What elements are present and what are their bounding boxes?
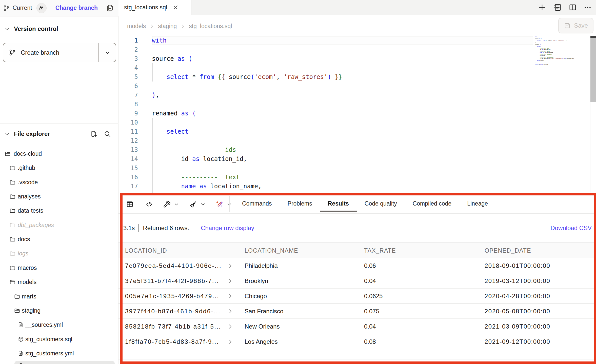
notebook-icon[interactable] (553, 3, 562, 11)
code-line[interactable] (152, 136, 342, 145)
code-line[interactable]: renamed as ( (152, 109, 342, 118)
close-icon[interactable] (173, 5, 178, 10)
sidebar-section-divider (0, 123, 118, 124)
breadcrumb-file[interactable]: stg_locations.sql (189, 23, 232, 30)
file-tree-item-docs-cloud[interactable]: docs-cloud (0, 147, 118, 161)
code-line[interactable]: select (152, 127, 342, 136)
code-line[interactable]: ), (152, 91, 342, 100)
file-tree-item-label: stg_customers.sql (25, 336, 72, 343)
ellipsis-icon[interactable] (584, 4, 591, 11)
save-button[interactable]: Save (558, 18, 593, 33)
file-tree-item-marts[interactable]: marts (0, 289, 118, 304)
new-file-icon[interactable] (90, 130, 97, 138)
column-header[interactable]: TAX_RATE (364, 242, 396, 259)
download-csv-link[interactable]: Download CSV (550, 225, 592, 232)
editor-scrollbar[interactable] (590, 35, 596, 193)
create-branch-dropdown[interactable] (99, 43, 116, 62)
code-line[interactable]: ---------- ids (152, 145, 342, 154)
broom-icon[interactable] (189, 200, 206, 208)
file-tree-item-staging[interactable]: staging (0, 304, 118, 318)
line-number: 4 (118, 63, 138, 72)
plus-icon[interactable] (538, 3, 546, 12)
code-line[interactable] (152, 191, 342, 193)
panel-tab-problems[interactable]: Problems (280, 195, 320, 212)
change-row-display-link[interactable]: Change row display (201, 225, 254, 232)
cell-opened-date: 2021-03-09T00:00:00 (485, 319, 550, 334)
query-time: 3.1s (123, 225, 135, 232)
results-panel: CommandsProblemsResultsCode qualityCompi… (118, 193, 596, 364)
code-line[interactable] (152, 118, 342, 127)
line-numbers: 123456789101112131415161718 (118, 36, 138, 193)
copy-icon[interactable] (106, 4, 114, 12)
file-tree-item-analyses[interactable]: analyses (0, 189, 118, 204)
code-line[interactable] (152, 164, 342, 173)
create-branch-button[interactable]: Create branch (3, 43, 116, 62)
version-control-section-header[interactable]: Version control (0, 24, 118, 33)
results-table-row: 1f8ffa70-7cb5-4d83-8a7f-9...Los Angeles0… (118, 334, 596, 349)
chevron-right-icon[interactable] (227, 273, 233, 289)
code-line[interactable]: with (152, 36, 342, 45)
column-header[interactable]: LOCATION_NAME (245, 242, 298, 259)
breadcrumb-models[interactable]: models (127, 23, 146, 30)
file-tree-item-stg-customers-sql[interactable]: stg_customers.sql (0, 332, 118, 346)
code-editor[interactable]: 123456789101112131415161718 with source … (118, 35, 596, 193)
breadcrumb-staging[interactable]: staging (158, 23, 177, 30)
column-header[interactable]: LOCATION_ID (125, 242, 167, 259)
scrollbar-thumb[interactable] (590, 38, 596, 102)
folder-icon (9, 208, 16, 214)
panel-tab-results[interactable]: Results (320, 195, 357, 212)
chevron-down-icon[interactable] (174, 201, 179, 207)
cell-location-id: 858218fb-73f7-4b1b-a31f-5... (125, 319, 221, 334)
chevron-right-icon[interactable] (227, 289, 233, 304)
line-number: 16 (118, 173, 138, 182)
line-number: 10 (118, 118, 138, 127)
file-tree-item--github[interactable]: .github (0, 161, 118, 175)
code-icon[interactable] (145, 201, 153, 208)
file-tree-item-models[interactable]: models (0, 275, 118, 289)
column-header[interactable]: OPENED_DATE (485, 242, 531, 259)
chevron-right-icon[interactable] (227, 304, 233, 319)
code-line[interactable] (152, 63, 342, 72)
cell-opened-date: 2019-03-12T00:00:00 (485, 273, 550, 289)
file-tree-item-docs[interactable]: docs (0, 232, 118, 246)
chevron-down-icon[interactable] (200, 201, 206, 207)
cell-tax-rate: 0.0625 (364, 289, 383, 304)
code-line[interactable]: ---------- text (152, 173, 342, 182)
code-line[interactable] (152, 82, 342, 91)
file-tree-item--vscode[interactable]: .vscode (0, 175, 118, 189)
file-tree-item-logs[interactable]: logs (0, 246, 118, 260)
file-tree-item-macros[interactable]: macros (0, 261, 118, 275)
chevron-right-icon[interactable] (227, 334, 233, 349)
split-editor-icon[interactable] (569, 3, 577, 11)
cell-opened-date: 2018-09-01T00:00:00 (485, 258, 550, 273)
panel-tab-compiled-code[interactable]: Compiled code (405, 195, 459, 212)
line-number: 2 (118, 45, 138, 54)
code-line[interactable] (152, 45, 342, 54)
panel-tab-lineage[interactable]: Lineage (459, 195, 496, 212)
file-tree-item-stg-customers-yml[interactable]: stg_customers.yml (0, 346, 118, 360)
file-explorer-section-header[interactable]: File explorer (0, 129, 118, 139)
table-view-icon[interactable] (126, 200, 134, 208)
chevron-right-icon[interactable] (227, 319, 233, 334)
file-tree-item--sources-yml[interactable]: __sources.yml (0, 318, 118, 332)
file-tree-item-dbt-packages[interactable]: dbt_packages (0, 218, 118, 232)
panel-tab-code-quality[interactable]: Code quality (357, 195, 405, 212)
chevron-right-icon[interactable] (227, 258, 233, 273)
file-tree-item-stg-locations-sql[interactable]: stg_locations.sql (0, 360, 118, 364)
panel-tab-commands[interactable]: Commands (234, 195, 280, 212)
tab-stg-locations[interactable]: stg_locations.sql (118, 0, 191, 15)
search-icon[interactable] (104, 130, 111, 137)
wrench-icon[interactable] (163, 200, 179, 208)
code-line[interactable]: name as location_name, (152, 182, 342, 191)
code-line[interactable]: source as ( (152, 54, 342, 63)
minimap[interactable]: with source as ( select * from {{ source… (535, 36, 588, 65)
file-tree-item-data-tests[interactable]: data-tests (0, 204, 118, 218)
code-line[interactable] (152, 100, 342, 109)
file-tree-item-label: .vscode (18, 179, 38, 186)
line-number: 7 (118, 91, 138, 100)
code-line[interactable]: id as location_id, (152, 154, 342, 164)
chevron-down-icon (4, 26, 10, 32)
cube-icon (18, 336, 24, 342)
code-line[interactable]: select * from {{ source('ecom', 'raw_sto… (152, 72, 342, 82)
change-branch-link[interactable]: Change branch (55, 5, 98, 11)
